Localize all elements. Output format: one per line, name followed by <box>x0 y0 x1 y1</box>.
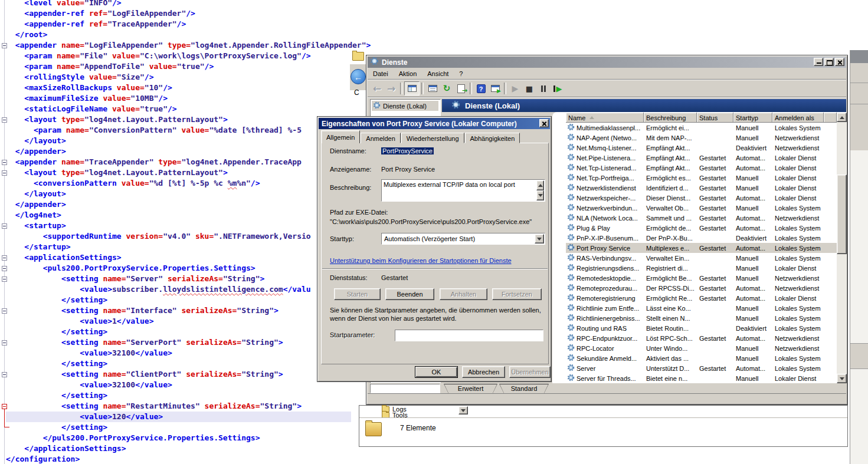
startoptions-help-link[interactable]: Unterstützung beim Konfigurieren der Sta… <box>330 257 512 264</box>
uebernehmen-button[interactable]: Übernehmen <box>509 366 551 378</box>
fold-toggle-icon[interactable] <box>2 43 7 48</box>
code-line[interactable]: <appender-ref ref="LogFileAppender"/> <box>6 8 407 19</box>
forward-icon[interactable]: → <box>384 82 398 95</box>
new-window-icon[interactable]: ▶ <box>488 82 502 95</box>
service-cell[interactable]: Manuell <box>733 185 772 192</box>
service-row[interactable]: Net.Msmq-Listener...Empfängt Akt...Deakt… <box>566 143 837 153</box>
column-header-anmelden-als[interactable]: Anmelden als <box>772 113 824 123</box>
service-row[interactable]: Netzwerkspeicher-...Dieser Dienst...Gest… <box>566 193 837 203</box>
service-cell[interactable]: Lokaler Dienst <box>772 175 824 182</box>
service-cell[interactable]: Lokales System <box>772 355 824 362</box>
menu-ansicht[interactable]: Ansicht <box>422 69 454 78</box>
service-cell[interactable]: Netzwerkdienst <box>772 335 824 342</box>
help-icon[interactable]: ? <box>474 82 488 95</box>
service-cell[interactable]: Lokales System <box>772 235 824 242</box>
service-cell[interactable]: Manuell <box>733 345 772 352</box>
service-cell[interactable]: Gestartet <box>697 205 733 212</box>
service-name-cell[interactable]: RAS-Verbindungsv... <box>566 254 644 262</box>
starten-button[interactable]: Starten <box>334 288 381 300</box>
service-name-cell[interactable]: Netzwerkspeicher-... <box>566 193 644 202</box>
service-cell[interactable]: Gestartet <box>697 225 733 232</box>
starttyp-combobox[interactable]: Automatisch (Verzögerter Start) <box>381 233 545 245</box>
service-row[interactable]: Remotedesktopdie...Ermöglicht Be...Gesta… <box>566 273 837 283</box>
service-name-cell[interactable]: Plug & Play <box>566 223 644 232</box>
service-cell[interactable]: Gestartet <box>697 245 733 252</box>
service-cell[interactable]: Lässt eine Ko... <box>644 305 697 312</box>
service-cell[interactable]: Verwaltet Ein... <box>644 255 697 262</box>
service-cell[interactable]: Ermöglicht es... <box>644 175 697 182</box>
service-cell[interactable]: Ermöglicht de... <box>644 225 697 232</box>
restart-service-icon[interactable]: ▶ <box>551 82 565 95</box>
service-name-cell[interactable]: Net.Tcp-Listenerad... <box>566 163 644 172</box>
service-cell[interactable]: Lokales System <box>772 245 824 252</box>
service-cell[interactable]: Lokales System <box>772 124 824 131</box>
service-row[interactable]: Routing und RASBietet Routin...Deaktivie… <box>566 323 837 333</box>
service-row[interactable]: Net.Tcp-Listenerad...Empfängt Akt...Gest… <box>566 163 837 173</box>
tab-abhngigkeiten[interactable]: Abhängigkeiten <box>465 133 520 143</box>
service-row[interactable]: Net.Tcp-Portfreiga...Ermöglicht es...Ges… <box>566 173 837 183</box>
service-row[interactable]: Remoteprozedurau...Der RPCSS-Di...Gestar… <box>566 283 837 293</box>
code-line[interactable]: </puls200.PortProxyService.Properties.Se… <box>6 433 407 443</box>
service-cell[interactable]: Automat... <box>733 295 772 302</box>
fold-toggle-icon[interactable] <box>2 255 7 261</box>
service-name-cell[interactable]: Net.Tcp-Portfreiga... <box>566 173 644 182</box>
code-line[interactable]: </applicationSettings> <box>6 443 407 454</box>
service-cell[interactable]: Manuell <box>733 175 772 182</box>
service-cell[interactable]: Dieser Dienst... <box>644 195 697 202</box>
service-cell[interactable]: Manuell <box>733 315 772 322</box>
service-cell[interactable]: Lokales System <box>772 205 824 212</box>
service-row[interactable]: ServerUnterstützt D...GestartetAutomat..… <box>566 363 837 373</box>
service-cell[interactable]: Gestartet <box>697 295 733 302</box>
refresh-icon[interactable]: ↻ <box>440 82 454 95</box>
table-scrollbar[interactable] <box>837 113 847 383</box>
fold-toggle-icon[interactable] <box>2 404 7 409</box>
service-cell[interactable]: Gestartet <box>697 335 733 342</box>
service-cell[interactable]: Sammelt und ... <box>644 215 697 222</box>
code-line[interactable]: <appender name="LogFileAppender" type="l… <box>6 40 407 51</box>
service-cell[interactable]: Automat... <box>733 285 772 292</box>
fortsetzen-button[interactable]: Fortsetzen <box>492 288 542 300</box>
service-cell[interactable]: Unter Windo... <box>644 345 697 352</box>
service-row[interactable]: Multimediaklassenpl...Ermöglicht ei...Ma… <box>566 123 837 133</box>
code-line[interactable]: </setting> <box>6 390 407 401</box>
back-icon[interactable]: ← <box>351 69 366 84</box>
close-button[interactable] <box>835 58 844 66</box>
fold-toggle-icon[interactable] <box>2 266 7 271</box>
service-name-cell[interactable]: Remotedesktopdie... <box>566 274 644 282</box>
combo-dropdown-button[interactable] <box>535 234 544 243</box>
service-cell[interactable]: Gestartet <box>697 164 733 172</box>
service-cell[interactable]: Automat... <box>733 245 772 252</box>
service-cell[interactable]: Netzwerkdienst <box>772 285 824 292</box>
service-cell[interactable]: Lokaler Dienst <box>772 154 824 162</box>
pause-service-icon[interactable] <box>536 82 551 95</box>
service-name-cell[interactable]: Richtlinienergebniss... <box>566 314 644 323</box>
code-line[interactable]: <appender-ref ref="TraceAppender"/> <box>6 19 407 29</box>
start-service-icon[interactable]: ▶ <box>508 82 522 95</box>
service-cell[interactable]: Netzwerkdienst <box>772 275 824 282</box>
scroll-down-button[interactable] <box>536 190 544 200</box>
service-cell[interactable]: Unterstützt D... <box>644 365 697 372</box>
service-row[interactable]: RPC-Endpunktzuor...Löst RPC-Sch...Gestar… <box>566 333 837 343</box>
service-name-cell[interactable]: Server für Threads... <box>566 374 644 383</box>
tab-allgemein[interactable]: Allgemein <box>321 130 360 143</box>
dienstname-value[interactable]: PortProxyService <box>381 147 434 154</box>
view-tab-erweitert[interactable]: Erweitert <box>444 384 497 393</box>
service-name-cell[interactable]: Sekundäre Anmeld... <box>566 354 644 363</box>
service-row[interactable]: PnP-X-IP-Busenum...Der PnP-X-Bu...Deakti… <box>566 233 837 243</box>
explorer-combo-dropdown[interactable] <box>458 406 468 414</box>
service-row[interactable]: NetzwerklistendienstIdentifiziert d...Ge… <box>566 183 837 193</box>
service-row[interactable]: Port Proxy ServiceMultiplexes e...Gestar… <box>566 243 837 253</box>
abbrechen-button[interactable]: Abbrechen <box>462 366 505 378</box>
service-name-cell[interactable]: Multimediaklassenpl... <box>566 123 644 132</box>
service-cell[interactable]: Ermöglicht ei... <box>644 124 697 131</box>
service-cell[interactable]: Automat... <box>733 365 772 372</box>
fold-toggle-icon[interactable] <box>2 340 7 345</box>
scrollbar-thumb[interactable] <box>837 175 847 254</box>
tab-anmelden[interactable]: Anmelden <box>361 133 401 143</box>
minimize-button[interactable] <box>814 58 823 66</box>
service-cell[interactable]: Deaktiviert <box>733 144 772 152</box>
tree-item-dienste-lokal[interactable]: Dienste (Lokal) <box>372 101 438 111</box>
service-cell[interactable]: Lokales System <box>772 255 824 262</box>
stop-service-icon[interactable]: ■ <box>522 82 536 95</box>
service-cell[interactable]: Manuell <box>733 205 772 212</box>
